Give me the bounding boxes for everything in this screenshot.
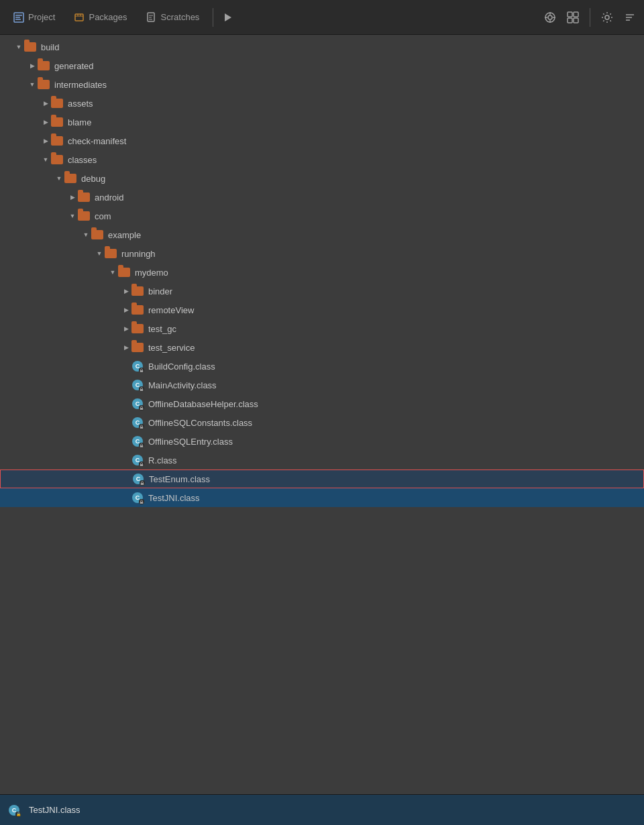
tree-item-TestJNI-class[interactable]: CTestJNI.class — [0, 488, 644, 507]
svg-rect-4 — [75, 14, 83, 21]
tab-scratches[interactable]: Scratches — [138, 8, 208, 27]
tree-item-mydemo[interactable]: ▼mydemo — [0, 263, 644, 282]
tree-arrow[interactable]: ▶ — [40, 98, 51, 109]
svg-rect-2 — [15, 17, 20, 18]
tree-item-label: mydemo — [135, 268, 168, 278]
tree-item-label: test_service — [148, 343, 195, 353]
svg-marker-6 — [225, 13, 231, 21]
tree-item-label: TestEnum.class — [149, 474, 210, 484]
tree-arrow[interactable]: ▶ — [40, 117, 51, 127]
tab-scratches-label: Scratches — [161, 12, 200, 22]
lock-badge — [139, 443, 144, 448]
folder-icon — [118, 268, 130, 277]
tree-arrow[interactable]: ▶ — [67, 192, 78, 203]
tree-arrow[interactable] — [121, 398, 131, 409]
tree-arrow[interactable] — [121, 492, 131, 503]
class-icon: C — [131, 360, 144, 372]
tree-item-TestEnum-class[interactable]: CTestEnum.class — [0, 470, 644, 488]
run-button[interactable] — [219, 9, 236, 26]
class-icon: C — [131, 435, 144, 447]
tree-item-com[interactable]: ▼com — [0, 207, 644, 225]
tree-item-label: TestJNI.class — [148, 493, 200, 503]
file-tree[interactable]: ▼build▶generated▼intermediates▶assets▶bl… — [0, 35, 644, 794]
folder-icon — [78, 211, 90, 221]
tree-item-remoteView[interactable]: ▶remoteView — [0, 300, 644, 319]
tree-item-test_service[interactable]: ▶test_service — [0, 338, 644, 357]
tree-arrow[interactable] — [121, 474, 132, 484]
tree-item-label: BuildConfig.class — [148, 362, 215, 372]
tree-item-runningh[interactable]: ▼runningh — [0, 244, 644, 263]
tree-arrow[interactable] — [121, 361, 131, 372]
tree-arrow[interactable]: ▼ — [67, 211, 78, 221]
tree-arrow[interactable]: ▼ — [80, 229, 91, 240]
tree-item-check-manifest[interactable]: ▶check-manifest — [0, 131, 644, 150]
tree-item-assets[interactable]: ▶assets — [0, 94, 644, 113]
svg-rect-22 — [140, 389, 144, 391]
tree-item-binder[interactable]: ▶binder — [0, 282, 644, 300]
folder-icon — [51, 117, 63, 127]
tree-arrow[interactable] — [121, 380, 131, 390]
tab-packages[interactable]: Packages — [66, 8, 135, 27]
project-icon — [13, 12, 24, 23]
tree-arrow[interactable]: ▶ — [40, 135, 51, 146]
tree-arrow[interactable]: ▶ — [121, 342, 131, 353]
folder-icon — [78, 192, 90, 202]
settings-button[interactable] — [598, 9, 616, 26]
tree-arrow[interactable]: ▼ — [13, 42, 24, 52]
tree-item-R-class[interactable]: CR.class — [0, 451, 644, 470]
tree-arrow[interactable]: ▼ — [94, 248, 105, 259]
class-icon: C — [131, 454, 144, 466]
svg-rect-25 — [140, 445, 144, 447]
svg-rect-27 — [141, 483, 144, 485]
tree-arrow[interactable] — [121, 455, 131, 465]
svg-rect-16 — [574, 18, 578, 23]
tree-arrow[interactable]: ▼ — [27, 79, 38, 90]
tab-project-label: Project — [28, 12, 55, 22]
lock-badge — [139, 424, 144, 429]
svg-rect-13 — [568, 12, 572, 17]
tree-item-label: example — [108, 230, 141, 240]
folder-icon — [64, 174, 76, 183]
layout-button[interactable] — [564, 9, 582, 26]
packages-icon — [74, 12, 85, 23]
target-button[interactable] — [541, 9, 559, 26]
tree-item-example[interactable]: ▼example — [0, 225, 644, 244]
tree-arrow[interactable] — [121, 417, 131, 428]
lock-badge — [139, 405, 144, 410]
tree-item-OfflineDatabaseHelper-class[interactable]: COfflineDatabaseHelper.class — [0, 394, 644, 413]
tree-item-label: com — [95, 211, 111, 221]
tree-arrow[interactable]: ▼ — [40, 154, 51, 165]
tree-item-label: OfflineSQLConstants.class — [148, 418, 252, 428]
tree-item-classes[interactable]: ▼classes — [0, 150, 644, 169]
tree-arrow[interactable]: ▶ — [27, 60, 38, 71]
tree-item-blame[interactable]: ▶blame — [0, 113, 644, 131]
tree-item-label: android — [95, 192, 123, 203]
folder-icon — [24, 42, 36, 52]
tree-item-label: intermediates — [54, 80, 107, 90]
tree-arrow[interactable]: ▶ — [121, 305, 131, 315]
tree-item-OfflineSQLConstants-class[interactable]: COfflineSQLConstants.class — [0, 413, 644, 432]
tree-item-build[interactable]: ▼build — [0, 38, 644, 56]
tree-item-BuildConfig-class[interactable]: CBuildConfig.class — [0, 357, 644, 376]
tree-item-MainActivity-class[interactable]: CMainActivity.class — [0, 376, 644, 394]
folder-icon — [105, 249, 117, 258]
tab-project[interactable]: Project — [5, 8, 63, 27]
tree-arrow[interactable] — [121, 436, 131, 447]
tree-arrow[interactable]: ▶ — [121, 323, 131, 334]
svg-rect-28 — [140, 502, 144, 504]
svg-rect-1 — [15, 15, 22, 16]
tree-item-intermediates[interactable]: ▼intermediates — [0, 75, 644, 94]
tree-item-debug[interactable]: ▼debug — [0, 169, 644, 188]
tree-arrow[interactable]: ▼ — [107, 267, 118, 278]
collapse-button[interactable] — [621, 9, 639, 26]
tree-item-OfflineSQLEntry-class[interactable]: COfflineSQLEntry.class — [0, 432, 644, 451]
tree-item-test_gc[interactable]: ▶test_gc — [0, 319, 644, 338]
tree-item-android[interactable]: ▶android — [0, 188, 644, 207]
tree-item-generated[interactable]: ▶generated — [0, 56, 644, 75]
tree-arrow[interactable]: ▶ — [121, 286, 131, 296]
lock-badge — [140, 480, 145, 486]
folder-icon — [38, 61, 50, 70]
lock-badge — [139, 368, 144, 373]
tree-arrow[interactable]: ▼ — [54, 173, 64, 184]
toolbar-separator-2 — [590, 8, 590, 27]
